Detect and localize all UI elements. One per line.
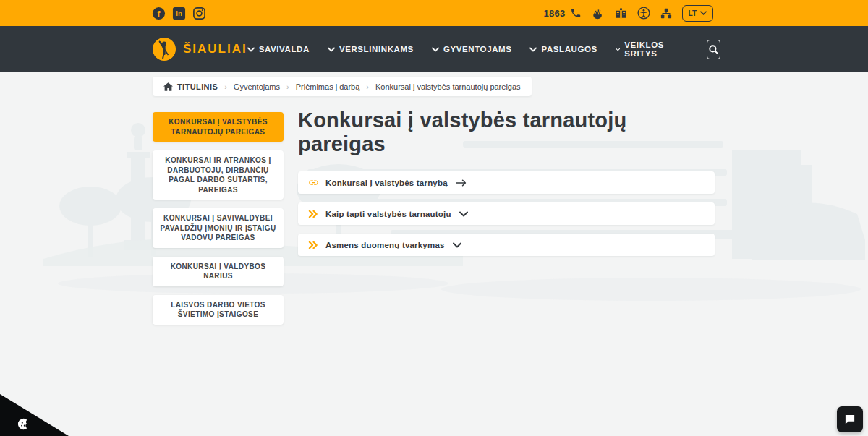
breadcrumb-separator: › [286,82,289,91]
cookie-icon[interactable] [17,418,30,430]
nav-item-label: GYVENTOJAMS [443,45,512,54]
sidebar-item-laisvos-darbo-vietos[interactable]: LAISVOS DARBO VIETOS ŠVIETIMO ĮSTAIGOSE [153,295,284,325]
nav-item-label: SAVIVALDA [259,45,310,54]
sidebar-item-konkursai-ir-atrankos[interactable]: KONKURSAI IR ATRANKOS Į DARBUOTOJŲ, DIRB… [153,150,284,200]
top-utility-bar: f in 1863 [0,0,868,26]
accordion-label: Asmens duomenų tvarkymas [326,241,445,249]
language-selector[interactable]: LT [682,5,713,22]
accessibility-icon[interactable] [637,7,650,20]
facebook-icon[interactable]: f [152,7,166,20]
chevron-down-icon [529,47,537,52]
social-links: f in [152,7,206,20]
chat-bubble-icon [844,414,856,424]
arrow-right-icon [456,179,467,187]
link-icon [308,177,319,188]
sidebar-item-konkursai-valstybes-tarnautoju[interactable]: KONKURSAI Į VALSTYBĖS TARNAUTOJŲ PAREIGA… [153,112,284,142]
search-button[interactable] [707,40,720,59]
chevron-down-icon [700,11,707,15]
cookie-settings-corner[interactable] [0,394,69,436]
nav-item-label: VERSLININKAMS [339,45,414,54]
nav-menu: SAVIVALDA VERSLININKAMS GYVENTOJAMS PASL… [247,40,720,59]
home-icon [163,82,173,91]
nav-item-label: PASLAUGOS [541,45,597,54]
breadcrumb-gyventojams[interactable]: Gyventojams [234,82,280,91]
search-icon [708,44,719,55]
chevron-down-icon [247,47,255,52]
nav-item-paslaugos[interactable]: PASLAUGOS [529,45,597,54]
easy-read-icon[interactable] [614,7,628,20]
nav-item-savivalda[interactable]: SAVIVALDA [247,45,310,54]
sidebar-item-konkursai-valdybos-narius[interactable]: KONKURSAI Į VALDYBOS NARIUS [153,257,284,286]
utility-links: 1863 LT [543,5,713,22]
link-row-konkursai-i-valstybes-tarnyba[interactable]: Konkursai į valstybės tarnybą [298,171,715,194]
svg-text:f: f [158,9,161,18]
phone-link[interactable]: 1863 [543,7,581,19]
phone-number: 1863 [543,8,565,19]
siauliai-logo[interactable]: ŠIAULIAI [152,37,247,61]
phone-icon [570,7,582,19]
page-title: Konkursai į valstybės tarnautojų pareiga… [298,108,715,156]
breadcrumb-current-page: Konkursai į valstybės tarnautojų pareiga… [375,82,521,91]
accordion-kaip-tapti-valstybes-tarnautoju[interactable]: Kaip tapti valstybės tarnautoju [298,202,715,225]
breadcrumb-separator: › [224,82,227,91]
breadcrumb-priemimas-i-darba[interactable]: Priėmimas į darbą [296,82,360,91]
sidebar-item-konkursai-savivaldybei-pavaldziu[interactable]: KONKURSAI Į SAVIVALDYBEI PAVALDŽIŲ ĮMONI… [153,208,284,248]
logo-wordmark: ŠIAULIAI [183,42,247,56]
chevron-down-icon [459,211,468,217]
nav-item-label: VEIKLOS SRITYS [624,40,673,58]
chevron-down-icon [328,47,335,52]
breadcrumb: TITULINIS › Gyventojams › Priėmimas į da… [153,77,532,96]
chevron-down-icon [616,47,620,52]
breadcrumb-home[interactable]: TITULINIS [163,82,218,91]
sign-language-icon[interactable] [591,7,605,20]
main-content: Konkursai į valstybės tarnautojų pareiga… [298,108,715,265]
chevron-down-icon [453,242,461,248]
accordion-label: Kaip tapti valstybės tarnautoju [326,210,451,218]
siauliai-logo-icon [152,37,176,61]
main-navigation-bar: ŠIAULIAI SAVIVALDA VERSLININKAMS GYVENTO… [0,26,868,72]
chat-widget-button[interactable] [837,406,863,432]
nav-item-verslininkams[interactable]: VERSLININKAMS [328,45,414,54]
linkedin-icon[interactable]: in [172,7,186,20]
nav-item-gyventojams[interactable]: GYVENTOJAMS [432,45,512,54]
accordion-asmens-duomenu-tvarkymas[interactable]: Asmens duomenų tvarkymas [298,234,715,256]
link-row-label: Konkursai į valstybės tarnybą [326,179,448,187]
chevron-down-icon [432,47,439,52]
instagram-icon[interactable] [192,7,206,20]
breadcrumb-separator: › [366,82,369,91]
double-chevron-icon [308,241,319,249]
nav-item-veiklos-sritys[interactable]: VEIKLOS SRITYS [616,40,673,58]
svg-text:in: in [176,9,182,17]
breadcrumb-label: TITULINIS [177,82,218,91]
section-sidebar: KONKURSAI Į VALSTYBĖS TARNAUTOJŲ PAREIGA… [153,112,284,325]
double-chevron-icon [308,210,319,218]
language-current: LT [689,9,697,17]
sitemap-icon[interactable] [660,7,673,20]
